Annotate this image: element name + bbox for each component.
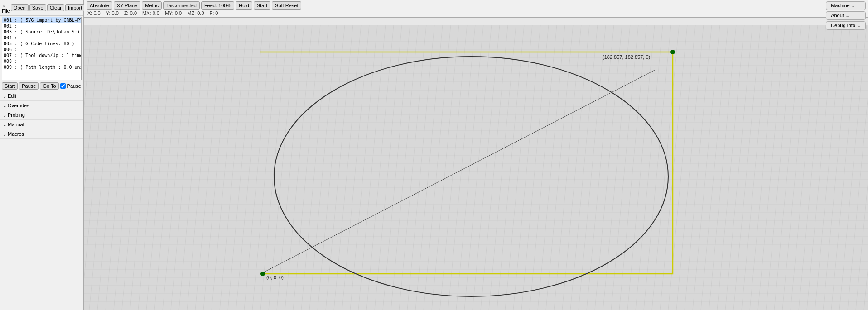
xy-plane-button[interactable]: XY-Plane xyxy=(114,1,140,10)
status-coords: X: 0.0 Y: 0.0 Z: 0.0 MX: 0.0 MY: 0.0 MZ:… xyxy=(87,10,865,16)
metric-button[interactable]: Metric xyxy=(142,1,162,10)
macros-label: Macros xyxy=(8,131,24,137)
about-button[interactable]: About ⌄ xyxy=(826,11,866,20)
gcode-line-1: 001 : ( SVG import by GRBL-Plotte xyxy=(2,17,81,23)
machine-button[interactable]: Machine ⌄ xyxy=(826,1,866,10)
z-coord: Z: 0.0 xyxy=(124,10,137,16)
x-coord: X: 0.0 xyxy=(87,10,101,16)
save-button[interactable]: Save xyxy=(29,4,46,11)
status-bar: Absolute XY-Plane Metric Disconnected Fe… xyxy=(84,0,868,18)
debug-button[interactable]: Debug Info ⌄ xyxy=(826,21,866,30)
absolute-button[interactable]: Absolute xyxy=(87,1,112,10)
file-menu-label[interactable]: ⌄ File xyxy=(2,2,10,14)
mx-coord: MX: 0.0 xyxy=(142,10,159,16)
import-button[interactable]: Import xyxy=(65,4,85,11)
top-bar-row: ⌄ File Open Save Clear Import 0 / 20 xyxy=(0,0,83,16)
gcode-line-7: 007 : ( Tool down/Up : 1 times ) xyxy=(2,52,81,58)
left-panel: ⌄ File Open Save Clear Import 0 / 20 001… xyxy=(0,0,84,310)
pause-button[interactable]: Pause xyxy=(19,82,39,90)
hold-button[interactable]: Hold xyxy=(236,1,252,10)
gcode-list[interactable]: 001 : ( SVG import by GRBL-Plotte 002 : … xyxy=(2,17,82,80)
gcode-line-9: 009 : ( Path length : 0.0 units ) xyxy=(2,64,81,70)
chevron-icon: ⌄ xyxy=(3,94,6,99)
overrides-section[interactable]: ⌄ Overrides xyxy=(0,101,83,110)
probing-section[interactable]: ⌄ Probing xyxy=(0,110,83,120)
clear-button[interactable]: Clear xyxy=(47,4,64,11)
overrides-label: Overrides xyxy=(8,103,29,108)
macros-section[interactable]: ⌄ Macros xyxy=(0,129,83,139)
feed-button[interactable]: Feed: 100% xyxy=(201,1,234,10)
disconnected-button[interactable]: Disconnected xyxy=(163,1,200,10)
soft-reset-button[interactable]: Soft Reset xyxy=(272,1,301,10)
pause-label: Pause xyxy=(67,83,81,89)
f-coord: F: 0 xyxy=(210,10,218,16)
my-coord: MY: 0.0 xyxy=(165,10,182,16)
pause-checkbox[interactable] xyxy=(60,83,66,89)
grid-canvas xyxy=(84,25,868,310)
status-buttons: Absolute XY-Plane Metric Disconnected Fe… xyxy=(87,1,865,10)
open-button[interactable]: Open xyxy=(11,4,29,11)
start-button[interactable]: Start xyxy=(2,82,18,90)
gcode-line-3: 003 : ( Source: D:\Johan.Smit\CNC xyxy=(2,29,81,35)
viewport[interactable] xyxy=(84,25,868,310)
probing-label: Probing xyxy=(8,112,25,118)
y-coord: Y: 0.0 xyxy=(106,10,119,16)
edit-label: Edit xyxy=(8,93,16,99)
gcode-line-2: 002 : xyxy=(2,23,81,29)
right-panel: Machine ⌄ About ⌄ Debug Info ⌄ xyxy=(826,1,866,30)
chevron-icon: ⌄ xyxy=(3,122,6,127)
goto-button[interactable]: Go To xyxy=(40,82,58,90)
chevron-icon: ⌄ xyxy=(3,103,6,108)
gcode-line-6: 006 : xyxy=(2,47,81,52)
gcode-line-4: 004 : xyxy=(2,35,81,41)
chevron-icon: ⌄ xyxy=(3,113,6,118)
start-status-button[interactable]: Start xyxy=(254,1,270,10)
gcode-line-8: 008 : xyxy=(2,58,81,64)
edit-section[interactable]: ⌄ Edit xyxy=(0,91,83,101)
chevron-icon: ⌄ xyxy=(3,132,6,137)
control-row: Start Pause Go To Pause xyxy=(0,81,83,91)
manual-label: Manual xyxy=(8,122,24,127)
mz-coord: MZ: 0.0 xyxy=(187,10,204,16)
gcode-line-5: 005 : ( G-Code lines: 80 ) xyxy=(2,41,81,47)
manual-section[interactable]: ⌄ Manual xyxy=(0,120,83,129)
